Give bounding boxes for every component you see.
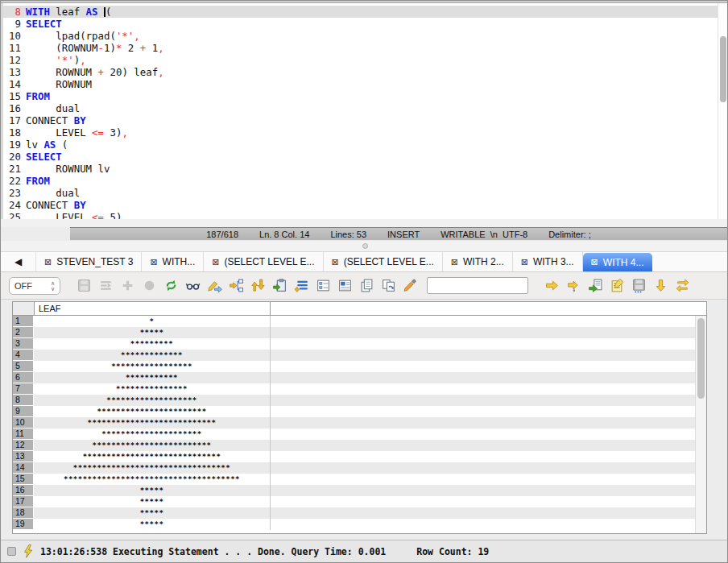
code-line[interactable]: 24CONNECT BY [3, 199, 718, 211]
code-line[interactable]: 11 (ROWNUM-1)* 2 + 1, [3, 42, 718, 54]
code-line[interactable]: 23 dual [3, 187, 718, 199]
table-row[interactable]: 12************************* [13, 440, 695, 451]
results-scrollbar-thumb[interactable] [697, 318, 705, 399]
results-tab[interactable]: ⊠WITH... [142, 252, 204, 271]
export-doc-icon[interactable] [585, 276, 605, 296]
arrow-skip-icon[interactable] [564, 276, 583, 296]
code-line[interactable]: 10 lpad(rpad('*', [3, 30, 718, 42]
code-line[interactable]: 12 '*'), [3, 54, 718, 66]
leaf-value-cell[interactable]: ********* [34, 338, 271, 350]
row-number-cell[interactable]: 5 [13, 361, 34, 372]
row-number-cell[interactable]: 15 [13, 474, 34, 485]
filter-rows-icon[interactable] [96, 276, 115, 296]
row-number-cell[interactable]: 4 [13, 350, 34, 361]
header-corner-cell[interactable] [13, 302, 35, 315]
table-row[interactable]: 16***** [13, 485, 695, 496]
eyeglasses-icon[interactable] [183, 276, 202, 296]
results-tab[interactable]: ⊠WITH 2... [443, 252, 513, 271]
filter-add-icon[interactable] [292, 276, 311, 296]
code-line[interactable]: 19lv AS ( [3, 139, 718, 151]
row-number-cell[interactable]: 19 [13, 519, 34, 530]
form-view-icon[interactable] [313, 276, 333, 296]
row-number-cell[interactable]: 14 [13, 462, 34, 474]
table-row[interactable]: 8******************* [13, 395, 695, 406]
leaf-value-cell[interactable]: ***** [34, 496, 271, 507]
results-tab[interactable]: ⊠WITH 4... [583, 253, 652, 271]
add-row-icon[interactable] [118, 276, 137, 296]
leaf-value-cell[interactable]: ***************** [34, 361, 271, 372]
leaf-value-cell[interactable]: ******************* [34, 395, 271, 406]
up-down-arrows-icon[interactable] [248, 276, 267, 296]
table-row[interactable]: 19***** [13, 519, 695, 530]
tab-close-icon[interactable]: ⊠ [591, 257, 598, 267]
code-line[interactable]: 13 ROWNUM + 20) leaf, [3, 66, 718, 78]
arrow-down-icon[interactable] [651, 276, 670, 296]
table-row[interactable]: 15************************************* [13, 474, 695, 485]
code-line[interactable]: 9SELECT [3, 18, 718, 30]
results-tab[interactable]: ⊠WITH 3... [513, 252, 583, 271]
leaf-value-cell[interactable]: *************************** [34, 417, 271, 428]
leaf-value-cell[interactable]: ********************* [34, 428, 271, 440]
sql-editor-pane[interactable]: 8WITH leaf AS (9SELECT10 lpad(rpad('*',1… [1, 3, 727, 219]
table-row[interactable]: 7*************** [13, 383, 695, 395]
copy-pages-icon[interactable] [357, 276, 376, 296]
column-header-leaf[interactable]: LEAF [35, 302, 271, 315]
leaf-value-cell[interactable]: *************** [34, 383, 271, 395]
row-number-cell[interactable]: 9 [13, 406, 34, 417]
results-tab[interactable]: ⊠STEVEN_TEST 3 [36, 252, 142, 271]
table-row[interactable]: 13***************************** [13, 451, 695, 462]
save-icon[interactable] [74, 276, 93, 296]
table-row[interactable]: 4************* [13, 350, 695, 361]
row-number-cell[interactable]: 6 [13, 372, 34, 383]
editor-scrollbar-thumb[interactable] [720, 36, 726, 102]
tab-close-icon[interactable]: ⊠ [451, 257, 458, 267]
notepad-icon[interactable] [607, 276, 627, 296]
copy-transpose-icon[interactable] [378, 276, 398, 296]
leaf-value-cell[interactable]: ***** [34, 519, 271, 530]
leaf-value-cell[interactable]: ************************************* [34, 474, 271, 485]
save-as-icon[interactable] [629, 276, 648, 296]
table-row[interactable]: 3********* [13, 338, 695, 350]
table-row[interactable]: 17***** [13, 496, 695, 507]
sql-code-area[interactable]: 8WITH leaf AS (9SELECT10 lpad(rpad('*',1… [3, 3, 718, 219]
table-row[interactable]: 10*************************** [13, 417, 695, 428]
code-line[interactable]: 22FROM [3, 175, 718, 187]
leaf-value-cell[interactable]: ************* [34, 350, 271, 361]
code-line[interactable]: 21 ROWNUM lv [3, 163, 718, 175]
tab-close-icon[interactable]: ⊠ [150, 257, 157, 267]
row-number-cell[interactable]: 16 [13, 485, 34, 496]
splitter-strip[interactable] [1, 241, 727, 251]
table-row[interactable]: 14********************************* [13, 462, 695, 474]
highlighter-icon[interactable] [400, 276, 420, 296]
row-number-cell[interactable]: 1 [13, 316, 34, 327]
code-line[interactable]: 16 dual [3, 102, 718, 114]
leaf-value-cell[interactable]: ***************************** [34, 451, 271, 462]
leaf-value-cell[interactable]: ********************************* [34, 462, 271, 474]
results-tab[interactable]: ⊠(SELECT LEVEL E... [204, 252, 323, 271]
table-row[interactable]: 2***** [13, 327, 695, 338]
code-line[interactable]: 14 ROWNUM [3, 78, 718, 90]
results-scrollbar[interactable] [695, 316, 706, 533]
leaf-value-cell[interactable]: ***** [34, 507, 271, 519]
document-view-icon[interactable] [335, 276, 354, 296]
code-line[interactable]: 15FROM [3, 90, 718, 102]
table-row[interactable]: 5***************** [13, 361, 695, 372]
stop-icon[interactable] [139, 276, 159, 296]
refresh-icon[interactable] [161, 276, 180, 296]
insert-tree-icon[interactable] [226, 276, 246, 296]
results-search-input[interactable] [427, 277, 528, 294]
leaf-value-cell[interactable]: ************************* [34, 440, 271, 451]
pencil-export-icon[interactable] [205, 276, 224, 296]
code-line[interactable]: 25 LEVEL <= 5) [3, 211, 718, 219]
arrow-right-icon[interactable] [542, 276, 561, 296]
leaf-value-cell[interactable]: *********************** [34, 406, 271, 417]
row-number-cell[interactable]: 2 [13, 327, 34, 338]
row-number-cell[interactable]: 11 [13, 428, 34, 440]
code-line[interactable]: 8WITH leaf AS ( [3, 6, 718, 18]
row-limit-dropdown[interactable]: OFF ∧∨ [9, 277, 60, 295]
leaf-value-cell[interactable]: *********** [34, 372, 271, 383]
tab-scroll-left-button[interactable]: ◀ [1, 252, 36, 271]
tab-close-icon[interactable]: ⊠ [521, 257, 528, 267]
leaf-value-cell[interactable]: ***** [34, 485, 271, 496]
editor-scrollbar[interactable] [718, 3, 727, 219]
